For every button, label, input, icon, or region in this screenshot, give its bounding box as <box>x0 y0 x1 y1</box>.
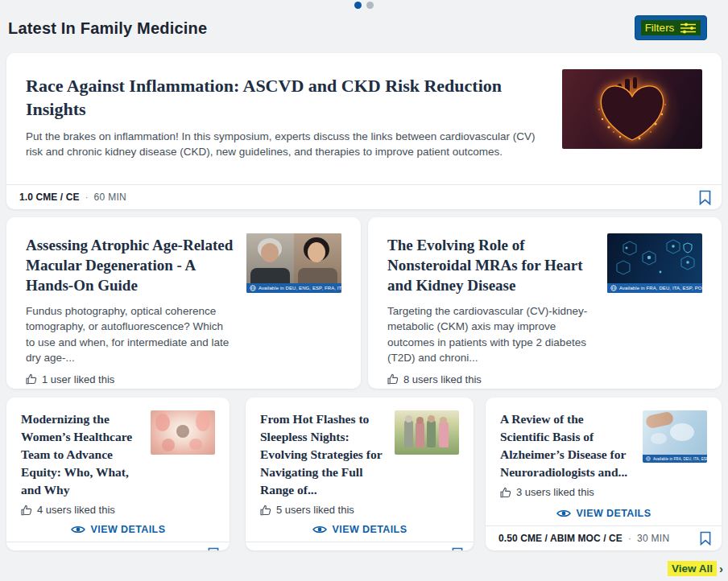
view-all-label: View All <box>668 561 717 576</box>
likes-row: 4 users liked this <box>21 504 143 516</box>
filters-button-label: Filters <box>645 22 675 34</box>
course-card-nonsteroidal-mras[interactable]: The Evolving Role of Nonsteroidal MRAs f… <box>368 217 722 389</box>
course-footer: 0.50 CME / ABIM MOC / CE · 30 MIN <box>486 525 722 550</box>
course-thumbnail-women-outdoors <box>395 410 459 455</box>
footer-separator: · <box>383 549 386 550</box>
course-footer: 0.50 CME / ABIM MOC / CE · 30 MIN <box>6 542 230 550</box>
language-banner: Available in DEU, ENG, ESP, FRA, ITA, PO… <box>246 283 341 293</box>
course-card-alzheimers-review[interactable]: A Review of the Scientific Basis of Alzh… <box>486 398 722 550</box>
carousel-dot-active[interactable] <box>354 2 362 9</box>
course-thumbnail-presenters: Available in DEU, ENG, ESP, FRA, ITA, PO… <box>246 233 341 293</box>
eye-icon <box>556 509 571 518</box>
course-description: Put the brakes on inflammation! In this … <box>26 129 549 159</box>
course-card-womens-healthcare[interactable]: Modernizing the Women’s Healthcare Team … <box>6 398 230 550</box>
globe-icon <box>250 285 256 291</box>
thumbs-up-icon <box>500 487 511 498</box>
course-credits: 1.0 CME / CE <box>19 192 80 203</box>
course-footer: 1.0 CME / ABIM MOC / CE · 60 MIN <box>246 542 474 550</box>
course-duration: 30 MIN <box>637 533 669 544</box>
course-duration: 30 MIN <box>158 549 190 550</box>
course-duration: 60 MIN <box>94 192 126 203</box>
course-card-featured[interactable]: Race Against Inflammation: ASCVD and CKD… <box>6 53 722 209</box>
footer-separator: · <box>85 192 89 203</box>
chevron-right-icon: › <box>719 562 723 575</box>
carousel-dots <box>0 2 728 9</box>
course-title[interactable]: A Review of the Scientific Basis of Alzh… <box>500 410 635 481</box>
course-thumbnail-burning-heart <box>562 69 702 149</box>
likes-row: 8 users liked this <box>387 373 594 385</box>
filters-highlight: Filters <box>641 20 701 35</box>
likes-text: 1 user liked this <box>42 373 114 385</box>
language-banner-text: Available in FRA, DEU, ITA, ESP, POR, EN… <box>653 457 707 461</box>
language-banner-text: Available in FRA, DEU, ITA, ESP, POR, EN… <box>619 286 702 290</box>
footer-separator: · <box>149 549 152 550</box>
likes-text: 5 users liked this <box>276 504 354 516</box>
footer-separator: · <box>628 533 631 544</box>
likes-text: 4 users liked this <box>37 504 115 516</box>
course-card-macular-degeneration[interactable]: Assessing Atrophic Age-Related Macular D… <box>6 217 361 389</box>
course-credits: 0.50 CME / ABIM MOC / CE <box>19 549 143 550</box>
carousel-dot-inactive[interactable] <box>366 2 374 9</box>
course-thumbnail-brain-scan: Available in FRA, DEU, ITA, ESP, POR, EN… <box>643 410 707 463</box>
view-details-label: VIEW DETAILS <box>577 508 651 519</box>
course-description: Fundus photography, optical coherence to… <box>26 303 234 365</box>
bookmark-icon[interactable] <box>699 190 711 205</box>
course-title[interactable]: Assessing Atrophic Age-Related Macular D… <box>26 235 234 295</box>
language-banner: Available in FRA, DEU, ITA, ESP, POR, EN… <box>643 455 707 463</box>
likes-row: 5 users liked this <box>260 504 387 516</box>
filters-button[interactable]: Filters <box>635 15 707 40</box>
bookmark-icon[interactable] <box>452 547 463 550</box>
view-all-link[interactable]: View All › <box>668 561 723 576</box>
view-details-label: VIEW DETAILS <box>333 524 407 535</box>
latest-in-family-medicine-page: { "page": { "title": "Latest In Family M… <box>0 0 728 581</box>
thumbs-up-icon <box>260 505 271 516</box>
course-credits: 1.0 CME / ABIM MOC / CE <box>259 549 377 550</box>
course-title[interactable]: Race Against Inflammation: ASCVD and CKD… <box>26 74 549 121</box>
bookmark-icon[interactable] <box>700 531 711 546</box>
language-banner: Available in FRA, DEU, ITA, ESP, POR, EN… <box>607 283 702 293</box>
thumbs-up-icon <box>26 373 37 385</box>
view-details-link[interactable]: VIEW DETAILS <box>486 503 722 525</box>
likes-text: 3 users liked this <box>516 486 594 498</box>
view-details-link[interactable]: VIEW DETAILS <box>246 519 474 542</box>
likes-row: 3 users liked this <box>500 486 635 498</box>
globe-icon <box>646 456 651 461</box>
course-credits: 0.50 CME / ABIM MOC / CE <box>498 533 623 544</box>
likes-row: 1 user liked this <box>26 373 234 385</box>
course-thumbnail-team-huddle <box>151 410 215 455</box>
eye-icon <box>71 525 85 534</box>
view-details-label: VIEW DETAILS <box>91 524 166 535</box>
eye-icon <box>312 525 327 534</box>
course-thumbnail-medical-tech: Available in FRA, DEU, ITA, ESP, POR, EN… <box>607 233 702 293</box>
course-title[interactable]: From Hot Flashes to Sleepless Nights: Ev… <box>260 410 387 499</box>
sliders-icon <box>680 23 697 34</box>
course-footer: 1.0 CME / CE · 60 MIN <box>6 184 722 209</box>
thumbs-up-icon <box>21 505 32 516</box>
language-banner-text: Available in DEU, ENG, ESP, FRA, ITA, PO… <box>259 286 341 290</box>
likes-text: 8 users liked this <box>403 373 482 385</box>
course-description: Targeting the cardiovascular (CV)-kidney… <box>387 303 594 365</box>
globe-icon <box>610 285 617 291</box>
view-details-link[interactable]: VIEW DETAILS <box>6 519 230 542</box>
course-duration: 60 MIN <box>391 549 424 550</box>
thumbs-up-icon <box>387 373 399 385</box>
course-title[interactable]: Modernizing the Women’s Healthcare Team … <box>21 410 143 499</box>
page-title: Latest In Family Medicine <box>8 19 207 38</box>
course-card-hot-flashes[interactable]: From Hot Flashes to Sleepless Nights: Ev… <box>246 398 474 550</box>
presenters-photo <box>246 233 341 283</box>
course-title[interactable]: The Evolving Role of Nonsteroidal MRAs f… <box>387 235 594 295</box>
bookmark-icon[interactable] <box>208 547 219 550</box>
